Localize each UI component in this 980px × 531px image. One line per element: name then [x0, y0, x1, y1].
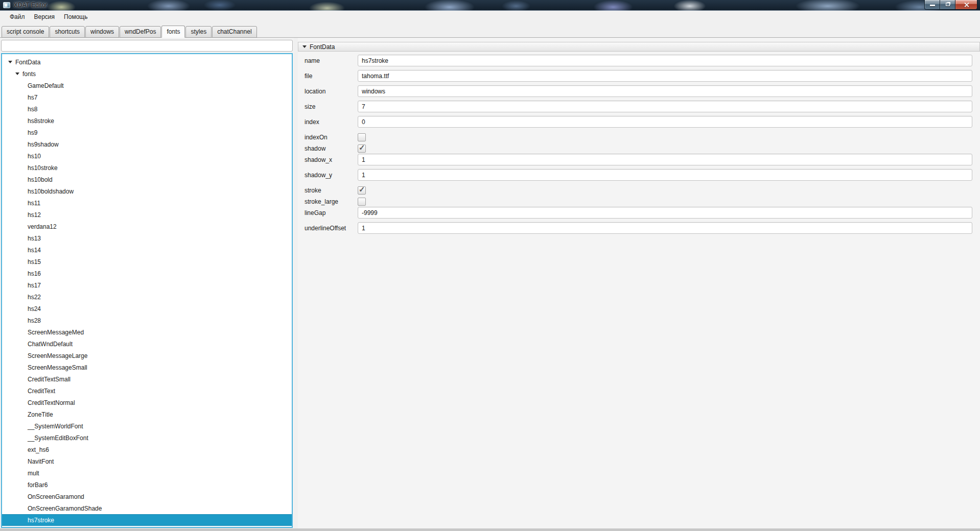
tree-item-label: hs12 [28, 211, 41, 219]
tree-item[interactable]: hs7 [2, 91, 292, 103]
field-input-size[interactable] [358, 101, 972, 112]
tree-item[interactable]: hs13 [2, 232, 292, 244]
tree-item[interactable]: hs7stroke [2, 514, 292, 526]
tab-styles[interactable]: styles [185, 26, 212, 38]
menu-item[interactable]: Версия [30, 11, 60, 23]
tree-item-label: CreditText [28, 388, 55, 395]
tree-item-label: OnScreenGaramond [28, 493, 84, 500]
tree-item[interactable]: hs10boldshadow [2, 185, 292, 197]
tree-item-label: hs15 [28, 258, 41, 266]
field-input-name[interactable] [358, 55, 972, 66]
close-button[interactable] [955, 0, 977, 10]
tab-script-console[interactable]: script console [2, 26, 49, 38]
panel-splitter[interactable] [294, 38, 298, 528]
field-label-stroke_large: stroke_large [305, 198, 338, 205]
checkbox-stroke_large[interactable] [358, 198, 366, 206]
tree-item[interactable]: hs11 [2, 197, 292, 209]
tree-item-label: hs10bold [28, 176, 53, 183]
tree-item[interactable]: hs16 [2, 268, 292, 279]
tree-item-label: OnScreenGaramondShade [28, 505, 102, 512]
tree-item[interactable]: hs9 [2, 127, 292, 138]
titlebar[interactable]: XDAT Editor [0, 0, 980, 11]
tree-item[interactable]: OnScreenGaramond [2, 491, 292, 502]
tree-expander-icon[interactable] [15, 73, 19, 75]
tree-item[interactable]: ext_hs6 [2, 444, 292, 455]
tab-chatChannel[interactable]: chatChannel [212, 26, 256, 38]
tree-item[interactable]: fonts [2, 68, 292, 80]
tree-item[interactable]: NavitFont [2, 455, 292, 467]
field-label-lineGap: lineGap [305, 209, 325, 216]
tree-item-label: CreditTextSmall [28, 376, 71, 383]
field-input-lineGap[interactable] [358, 207, 972, 219]
main-area: FontDatafontsGameDefaulths7hs8hs8strokeh… [0, 38, 980, 528]
tree-item-label: ScreenMessageLarge [28, 352, 87, 359]
tree-item-label: ZoneTitle [28, 411, 53, 418]
tree-item[interactable]: hs12 [2, 209, 292, 221]
field-input-underlineOffset[interactable] [358, 222, 972, 234]
tree-item-label: hs9shadow [28, 141, 59, 148]
field-input-shadow_y[interactable] [358, 169, 972, 181]
tree-item[interactable]: hs10bold [2, 174, 292, 185]
tree-item-label: NavitFont [28, 458, 54, 465]
field-label-file: file [305, 73, 312, 80]
font-tree[interactable]: FontDatafontsGameDefaulths7hs8hs8strokeh… [1, 53, 293, 528]
filter-input[interactable] [1, 40, 293, 52]
tree-expander-icon[interactable] [8, 61, 12, 63]
tree-item[interactable]: ScreenMessageLarge [2, 350, 292, 361]
tree-item[interactable]: ScreenMessageMed [2, 326, 292, 338]
tree-item-label: hs8stroke [28, 117, 54, 125]
checkbox-indexOn[interactable] [358, 133, 366, 141]
tab-shortcuts[interactable]: shortcuts [50, 26, 85, 38]
tree-item-label: fonts [22, 70, 36, 78]
tree-item[interactable]: mult [2, 467, 292, 479]
tree-item[interactable]: __SystemWorldFont [2, 420, 292, 432]
minimize-button[interactable] [924, 0, 940, 10]
restore-button[interactable] [940, 0, 955, 10]
tree-item[interactable]: hs28 [2, 315, 292, 326]
menu-bar: ФайлВерсияПомощь [0, 11, 980, 23]
tree-item[interactable]: ZoneTitle [2, 408, 292, 420]
field-input-location[interactable] [358, 85, 972, 97]
tab-windows[interactable]: windows [85, 26, 119, 38]
tree-item[interactable]: forBar6 [2, 479, 292, 491]
field-input-index[interactable] [358, 116, 972, 128]
tree-item[interactable]: hs24 [2, 303, 292, 315]
tree-item[interactable]: FontData [2, 56, 292, 68]
field-label-name: name [305, 57, 320, 64]
tree-item[interactable]: ScreenMessageSmall [2, 361, 292, 373]
tree-item[interactable]: ChatWndDefault [2, 338, 292, 350]
field-input-shadow_x[interactable] [358, 154, 972, 165]
tree-item[interactable]: __SystemEditBoxFont [2, 432, 292, 444]
tree-item-label: __SystemEditBoxFont [28, 435, 88, 442]
tree-item[interactable]: CreditTextSmall [2, 373, 292, 385]
tree-item[interactable]: hs15 [2, 256, 292, 268]
tree-item-label: hs24 [28, 305, 41, 312]
checkbox-shadow[interactable]: ✓ [358, 144, 366, 153]
menu-item[interactable]: Помощь [59, 11, 92, 23]
tree-item-label: ext_hs6 [28, 446, 49, 453]
tree-item-label: mult [28, 470, 39, 477]
tree-item[interactable]: CreditText [2, 385, 292, 397]
tab-wndDefPos[interactable]: wndDefPos [120, 26, 161, 38]
tree-item[interactable]: hs10stroke [2, 162, 292, 174]
tree-item[interactable]: OnScreenGaramondShade [2, 502, 292, 514]
check-icon: ✓ [359, 143, 365, 152]
tree-item[interactable]: hs10 [2, 150, 292, 162]
tree-item[interactable]: hs8 [2, 103, 292, 115]
tab-fonts[interactable]: fonts [161, 26, 185, 38]
tree-item[interactable]: GameDefault [2, 80, 292, 91]
tree-item[interactable]: hs14 [2, 244, 292, 256]
tree-item-label: hs10 [28, 153, 41, 160]
tree-item[interactable]: verdana12 [2, 221, 292, 232]
tree-item[interactable]: CreditTextNormal [2, 397, 292, 408]
tree-item[interactable]: hs8stroke [2, 115, 292, 127]
field-input-file[interactable] [358, 70, 972, 82]
tree-item[interactable]: hs9shadow [2, 138, 292, 150]
checkbox-stroke[interactable]: ✓ [358, 186, 366, 195]
tree-item-label: CreditTextNormal [28, 399, 75, 406]
menu-item[interactable]: Файл [5, 11, 30, 23]
tree-item[interactable]: hs17 [2, 279, 292, 291]
app-icon[interactable] [3, 2, 10, 8]
check-icon: ✓ [359, 185, 365, 194]
tree-item[interactable]: hs22 [2, 291, 292, 303]
